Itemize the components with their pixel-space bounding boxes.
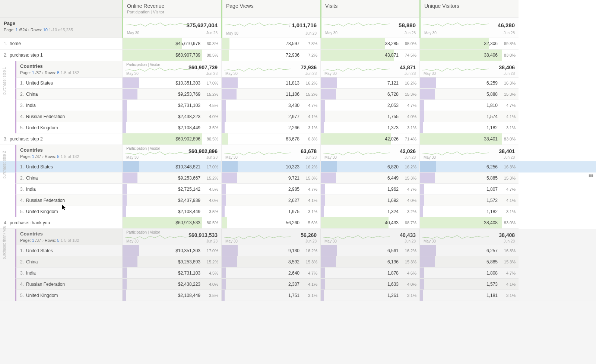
breakdown-metric-cell[interactable]: $2,725,1424.5% [122,184,221,195]
breakdown-summary-cell[interactable]: 63,678May 30Jun 28 [221,145,320,161]
breakdown-metric-cell[interactable]: 6,72815.3% [320,89,419,100]
breakdown-metric-cell[interactable]: 11,10615.2% [221,89,320,100]
breakdown-metric-cell[interactable]: $2,731,1034.5% [122,268,221,279]
breakdown-metric-cell[interactable]: 5,88515.3% [419,172,519,184]
breakdown-metric-cell[interactable]: 9,72115.3% [221,172,320,184]
breakdown-metric-cell[interactable]: 2,0534.7% [320,100,419,111]
breakdown-metric-cell[interactable]: 7,12116.2% [320,77,419,89]
breakdown-metric-cell[interactable]: 2,6274.1% [221,195,320,206]
breakdown-row-label-cell[interactable]: 4. Russian Federation [15,279,122,290]
breakdown-metric-cell[interactable]: $2,731,1034.5% [122,100,221,111]
breakdown-metric-cell[interactable]: 1,2613.1% [320,290,419,301]
page-metric-cell[interactable]: 38,40683.0% [419,50,519,61]
breakdown-row-label-cell[interactable]: 5. United Kingdom [15,290,122,301]
breakdown-metric-cell[interactable]: $2,438,2234.0% [122,279,221,290]
breakdown-row-label-cell[interactable]: 4. Russian Federation [15,111,122,122]
breakdown-summary-cell[interactable]: 38,406May 30Jun 28 [419,61,519,77]
page-row-label-cell[interactable]: 1. home [0,38,122,50]
page-row-label-cell[interactable]: 2. purchase: step 1 [0,50,122,61]
breakdown-metric-cell[interactable]: 1,8074.7% [419,184,519,195]
breakdown-metric-cell[interactable]: 2,6404.7% [221,268,320,279]
breakdown-metric-cell[interactable]: $2,108,4493.5% [122,122,221,133]
dimension-header[interactable]: PagePage: 1 /524›Rows: 10 1-10 of 5,235 [0,18,122,38]
page-metric-cell[interactable]: 38,40183.0% [419,133,519,145]
breakdown-metric-cell[interactable]: 2,3074.1% [221,279,320,290]
page-metric-cell[interactable]: 38,40883.0% [419,217,519,229]
breakdown-summary-cell[interactable]: 56,260May 30Jun 28 [221,229,320,245]
pager-rows-link[interactable]: 5 [57,70,60,75]
metric-header[interactable]: Page Views [221,0,320,18]
page-metric-cell[interactable]: 78,5977.8% [221,38,320,50]
breakdown-metric-cell[interactable]: 1,8104.7% [419,100,519,111]
breakdown-dimension-header[interactable]: CountriesPage: 1 /37›Rows: 5 1-5 of 182 [15,145,122,161]
bar-chart-icon[interactable]: ▮▮▮ [589,174,593,177]
page-metric-cell[interactable]: $60,902,89680.5% [122,133,221,145]
breakdown-metric-cell[interactable]: 1,3243.2% [320,206,419,217]
metric-header[interactable]: Visits [320,0,419,18]
breakdown-metric-cell[interactable]: 1,1823.1% [419,122,519,133]
page-metric-cell[interactable]: 72,9367.2% [221,50,320,61]
page-row-label-cell[interactable]: 4. purchase: thank you [0,217,122,229]
page-row-label-cell[interactable]: 3. purchase: step 2 [0,133,122,145]
breakdown-metric-cell[interactable]: 1,6924.0% [320,195,419,206]
breakdown-metric-cell[interactable]: $10,351,30317.0% [122,245,221,256]
breakdown-row-label-cell[interactable]: 3. India [15,184,122,195]
chevron-right-icon[interactable]: › [41,238,45,243]
metric-summary-cell[interactable]: 46,280May 30Jun 28 [419,18,519,38]
page-metric-cell[interactable]: $45,610,97860.3% [122,38,221,50]
chevron-right-icon[interactable]: › [41,154,45,159]
breakdown-metric-cell[interactable]: 1,1813.1% [419,290,519,301]
breakdown-metric-cell[interactable]: 5,88815.3% [419,89,519,100]
breakdown-metric-cell[interactable]: $9,253,89315.2% [122,256,221,268]
page-metric-cell[interactable]: 56,2605.6% [221,217,320,229]
breakdown-metric-cell[interactable]: $10,351,30317.0% [122,77,221,89]
breakdown-metric-cell[interactable]: 11,81316.2% [221,77,320,89]
breakdown-metric-cell[interactable]: 1,6334.0% [320,279,419,290]
page-metric-cell[interactable]: $60,913,53380.5% [122,217,221,229]
breakdown-metric-cell[interactable]: 1,7554.0% [320,111,419,122]
breakdown-row-label-cell[interactable]: 2. China [15,256,122,268]
breakdown-metric-cell[interactable]: 5,88515.3% [419,256,519,268]
breakdown-metric-cell[interactable]: $9,253,76915.2% [122,89,221,100]
breakdown-metric-cell[interactable]: 6,25616.3% [419,161,519,172]
breakdown-metric-cell[interactable]: $10,348,82117.0% [122,161,221,172]
page-metric-cell[interactable]: 38,28565.0% [320,38,419,50]
breakdown-summary-cell[interactable]: 38,408May 30Jun 28 [419,229,519,245]
breakdown-metric-cell[interactable]: 1,5744.1% [419,111,519,122]
breakdown-row-label-cell[interactable]: 5. United Kingdom [15,122,122,133]
breakdown-metric-cell[interactable]: 1,1823.1% [419,206,519,217]
breakdown-metric-cell[interactable]: 6,19615.3% [320,256,419,268]
metric-header[interactable]: Unique Visitors [419,0,519,18]
breakdown-row-label-cell[interactable]: 3. India [15,268,122,279]
breakdown-summary-cell[interactable]: 43,871May 30Jun 28 [320,61,419,77]
breakdown-row-label-cell[interactable]: 3. India [15,100,122,111]
pager-rows-link[interactable]: 5 [57,154,60,159]
breakdown-summary-cell[interactable]: 40,433May 30Jun 28 [320,229,419,245]
pager-rows-link[interactable]: 5 [57,238,60,243]
chevron-right-icon[interactable]: › [27,28,31,32]
breakdown-metric-cell[interactable]: $2,437,9394.0% [122,195,221,206]
breakdown-metric-cell[interactable]: $2,438,2234.0% [122,111,221,122]
breakdown-metric-cell[interactable]: 3,4304.7% [221,100,320,111]
page-metric-cell[interactable]: $60,907,73980.5% [122,50,221,61]
breakdown-metric-cell[interactable]: 1,5724.1% [419,195,519,206]
page-metric-cell[interactable]: 63,6786.3% [221,133,320,145]
breakdown-summary-cell[interactable]: Participation | Visitor$60,902,896May 30… [122,145,221,161]
breakdown-metric-cell[interactable]: 1,9624.7% [320,184,419,195]
breakdown-metric-cell[interactable]: 1,5734.1% [419,279,519,290]
chevron-right-icon[interactable]: › [41,70,45,75]
breakdown-summary-cell[interactable]: 38,401May 30Jun 28 [419,145,519,161]
breakdown-dimension-header[interactable]: CountriesPage: 1 /37›Rows: 5 1-5 of 182 [15,61,122,77]
breakdown-metric-cell[interactable]: 1,8084.7% [419,268,519,279]
page-metric-cell[interactable]: 40,43368.7% [320,217,419,229]
breakdown-summary-cell[interactable]: 72,936May 30Jun 28 [221,61,320,77]
breakdown-row-label-cell[interactable]: 1. United States [15,77,122,89]
breakdown-metric-cell[interactable]: $2,108,4493.5% [122,206,221,217]
breakdown-metric-cell[interactable]: 10,32316.2% [221,161,320,172]
breakdown-metric-cell[interactable]: 1,3733.1% [320,122,419,133]
breakdown-row-label-cell[interactable]: 2. China [15,89,122,100]
breakdown-summary-cell[interactable]: Participation | Visitor$60,907,739May 30… [122,61,221,77]
breakdown-metric-cell[interactable]: 2,9774.1% [221,111,320,122]
breakdown-row-label-cell[interactable]: 1. United States▮▮▮ [15,161,122,172]
breakdown-row-label-cell[interactable]: 5. United Kingdom [15,206,122,217]
